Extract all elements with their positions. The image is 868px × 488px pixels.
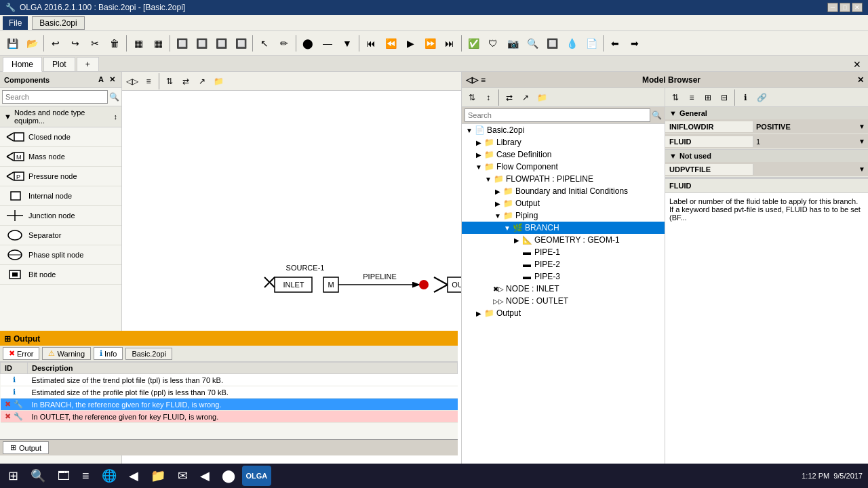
taskbar-back-btn[interactable]: ◀ bbox=[123, 466, 144, 486]
tab-home[interactable]: Home bbox=[3, 57, 42, 72]
toolbar-drop[interactable]: 💧 bbox=[562, 34, 581, 53]
component-item-bit-node[interactable]: Bit node bbox=[0, 265, 121, 285]
toolbar-forward[interactable]: ⏩ bbox=[420, 34, 439, 53]
canvas-tb-btn1[interactable]: ◁▷ bbox=[125, 74, 140, 89]
tree-item-node-inlet[interactable]: ✖▷ NODE : INLET bbox=[462, 283, 665, 295]
tree-expand-boundary[interactable]: ▶ bbox=[493, 186, 502, 196]
mb-sort2-btn[interactable]: ↕ bbox=[481, 90, 496, 105]
output-tab-error[interactable]: ✖ Error bbox=[3, 347, 39, 360]
component-item-internal-node[interactable]: Internal node bbox=[0, 186, 121, 206]
output-row-3[interactable]: ✖ 🔧 In BRANCH, the reference given for k… bbox=[1, 399, 458, 411]
output-row-4[interactable]: ✖ 🔧 In OUTLET, the reference given for k… bbox=[1, 411, 458, 423]
tree-expand-flow[interactable]: ▼ bbox=[474, 162, 484, 171]
close-button[interactable]: ✕ bbox=[852, 3, 863, 12]
tab-strip-close[interactable]: ✕ bbox=[849, 58, 865, 71]
menu-file-tab[interactable]: Basic.2opi bbox=[32, 16, 84, 30]
toolbar-cursor[interactable]: ↖ bbox=[255, 34, 274, 53]
tree-item-branch[interactable]: ▼ 🌿 BRANCH bbox=[462, 222, 665, 234]
toolbar-run-circle[interactable]: ⬤ bbox=[298, 34, 317, 53]
general-section-header[interactable]: ▼ General bbox=[665, 107, 868, 119]
prop-dropdown-fluid-icon[interactable]: ▼ bbox=[859, 138, 865, 145]
tree-expand-basic[interactable]: ▼ bbox=[465, 125, 474, 135]
component-item-separator[interactable]: Separator bbox=[0, 226, 121, 245]
tab-add[interactable]: + bbox=[77, 57, 99, 71]
props-expand-btn[interactable]: ⊟ bbox=[717, 90, 732, 105]
toolbar-shield[interactable]: 🛡 bbox=[484, 34, 502, 53]
canvas-tb-filter[interactable]: ⇄ bbox=[178, 74, 193, 89]
panel-icon-A[interactable]: A bbox=[96, 75, 106, 85]
taskbar-folder-btn[interactable]: 📁 bbox=[145, 466, 171, 486]
toolbar-box[interactable]: 🔲 bbox=[192, 34, 211, 53]
taskbar-telegram-btn[interactable]: ◀ bbox=[195, 466, 215, 486]
mb-sort-btn[interactable]: ⇅ bbox=[465, 90, 479, 105]
tree-item-pipe2[interactable]: ▬ PIPE-2 bbox=[462, 258, 665, 270]
bottom-output-tab[interactable]: ⊞ Output bbox=[3, 441, 49, 454]
component-item-closed-node[interactable]: Closed node bbox=[0, 127, 121, 147]
toolbar-check[interactable]: ✅ bbox=[464, 34, 483, 53]
toolbar-rewind[interactable]: ⏮ bbox=[361, 34, 380, 53]
prop-val-iniflowdir[interactable]: POSITIVE ▼ bbox=[753, 121, 868, 132]
tree-expand-output-root[interactable]: ▶ bbox=[474, 308, 484, 318]
minimize-button[interactable]: ─ bbox=[827, 3, 838, 12]
tree-item-pipe1[interactable]: ▬ PIPE-1 bbox=[462, 246, 665, 258]
tree-item-piping[interactable]: ▼ 📁 Piping bbox=[462, 209, 665, 222]
menu-file[interactable]: File bbox=[3, 16, 28, 30]
toolbar-end[interactable]: ⏭ bbox=[440, 34, 459, 53]
toolbar-camera[interactable]: 📷 bbox=[503, 34, 522, 53]
panel-close-icon[interactable]: ✕ bbox=[107, 75, 117, 85]
tree-item-pipe3[interactable]: ▬ PIPE-3 bbox=[462, 270, 665, 283]
tree-expand-piping[interactable]: ▼ bbox=[493, 211, 502, 220]
toolbar-cut[interactable]: ✂ bbox=[85, 34, 104, 53]
category-expand-icon[interactable]: ▼ bbox=[4, 113, 12, 121]
category-scroll-icon[interactable]: ↕ bbox=[114, 113, 118, 121]
toolbar-undo[interactable]: ↩ bbox=[46, 34, 65, 53]
taskbar-mail-btn[interactable]: ✉ bbox=[172, 466, 193, 486]
prop-dropdown-udpvtfile-icon[interactable]: ▼ bbox=[859, 165, 865, 173]
taskbar-olga-btn[interactable]: OLGA bbox=[242, 466, 272, 486]
taskbar-menu-btn[interactable]: ≡ bbox=[77, 466, 95, 486]
toolbar-play[interactable]: ▶ bbox=[401, 34, 420, 53]
output-row-2[interactable]: ℹ Estimated size of the profile plot fil… bbox=[1, 386, 458, 399]
toolbar-doc[interactable]: 📄 bbox=[582, 34, 601, 53]
prop-val-udpvtfile[interactable]: ▼ bbox=[753, 164, 868, 174]
output-file-tab[interactable]: Basic.2opi bbox=[125, 348, 172, 360]
tree-item-node-outlet[interactable]: ▷▷ NODE : OUTLET bbox=[462, 295, 665, 307]
component-item-pressure-node[interactable]: P Pressure node bbox=[0, 167, 121, 186]
canvas-tb-folder[interactable]: 📁 bbox=[211, 74, 226, 89]
props-list-btn[interactable]: ≡ bbox=[684, 90, 699, 105]
tree-item-output-root[interactable]: ▶ 📁 Output bbox=[462, 307, 665, 319]
toolbar-open[interactable]: 📂 bbox=[22, 34, 41, 53]
canvas-tb-sort[interactable]: ⇅ bbox=[162, 74, 177, 89]
toolbar-arrow[interactable]: 🔲 bbox=[212, 34, 231, 53]
tree-item-flow-component[interactable]: ▼ 📁 Flow Component bbox=[462, 161, 665, 173]
taskbar-chrome-btn[interactable]: ⬤ bbox=[216, 466, 241, 486]
props-info-btn[interactable]: ℹ bbox=[738, 90, 753, 105]
component-item-mass-node[interactable]: M Mass node bbox=[0, 147, 121, 167]
canvas-tb-arrow[interactable]: ↗ bbox=[195, 74, 210, 89]
taskbar-search-btn[interactable]: 🔍 bbox=[25, 466, 51, 486]
tab-plot[interactable]: Plot bbox=[43, 57, 75, 71]
component-item-junction-node[interactable]: Junction node bbox=[0, 206, 121, 226]
props-link-btn[interactable]: 🔗 bbox=[754, 90, 769, 105]
toolbar-zoom[interactable]: 🔍 bbox=[523, 34, 542, 53]
mb-folder-btn[interactable]: 📁 bbox=[534, 90, 549, 105]
toolbar-dash[interactable]: — bbox=[318, 34, 337, 53]
tree-item-library[interactable]: ▶ 📁 Library bbox=[462, 136, 665, 148]
tree-expand-library[interactable]: ▶ bbox=[474, 138, 484, 147]
components-search-icon[interactable]: 🔍 bbox=[109, 92, 119, 102]
mb-filter-btn[interactable]: ⇄ bbox=[502, 90, 517, 105]
toolbar-layout[interactable]: 🔲 bbox=[542, 34, 561, 53]
output-row-1[interactable]: ℹ Estimated size of the trend plot file … bbox=[1, 374, 458, 386]
toolbar-pen[interactable]: ✏ bbox=[275, 34, 294, 53]
maximize-button[interactable]: □ bbox=[840, 3, 850, 12]
toolbar-conn[interactable]: 🔲 bbox=[231, 34, 250, 53]
prop-val-fluid[interactable]: 1 ▼ bbox=[753, 136, 868, 147]
toolbar-delete[interactable]: 🗑 bbox=[105, 34, 124, 53]
toolbar-save[interactable]: 💾 bbox=[3, 34, 22, 53]
tree-item-boundary[interactable]: ▶ 📁 Boundary and Initial Conditions bbox=[462, 185, 665, 197]
toolbar-grid2[interactable]: ▦ bbox=[149, 34, 167, 53]
toolbar-left-arrow[interactable]: ⬅ bbox=[606, 34, 625, 53]
components-search-input[interactable] bbox=[2, 90, 108, 104]
toolbar-grid1[interactable]: ▦ bbox=[129, 34, 148, 53]
tree-item-geometry[interactable]: ▶ 📐 GEOMETRY : GEOM-1 bbox=[462, 234, 665, 246]
